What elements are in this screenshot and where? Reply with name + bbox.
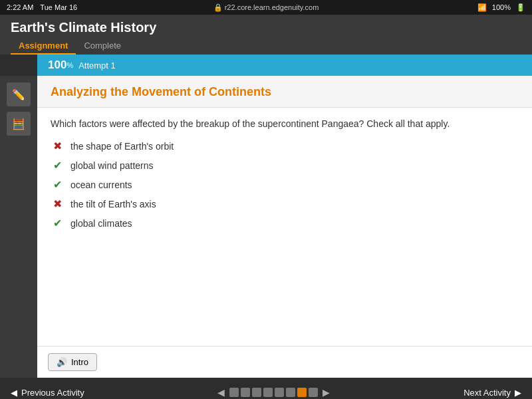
status-right: 📶 100% 🔋	[477, 3, 525, 12]
next-activity-label: Next Activity	[464, 388, 511, 398]
x-icon: ✖	[51, 198, 64, 210]
answer-text: ocean currents	[70, 180, 132, 190]
battery-icon: 🔋	[516, 3, 525, 12]
page-dot-8[interactable]	[309, 388, 318, 397]
pagination: ◀ ▶	[215, 386, 332, 399]
question-header: Analyzing the Movement of Continents	[37, 76, 532, 108]
status-left: 2:22 AM Tue Mar 16	[7, 3, 77, 11]
next-arrow-icon: ▶	[515, 388, 521, 398]
intro-label: Intro	[71, 357, 88, 367]
bottom-nav: ◀ Previous Activity ◀ ▶ Next Activity ▶	[0, 378, 532, 399]
answer-text: the tilt of Earth's axis	[70, 199, 156, 209]
page-dot-2[interactable]	[241, 388, 250, 397]
question-body: Which factors were affected by the break…	[37, 108, 532, 346]
answer-list: ✖the shape of Earth's orbit✔global wind …	[51, 140, 519, 229]
answer-item-a5: ✔global climates	[51, 217, 519, 229]
content-area: Analyzing the Movement of Continents Whi…	[37, 76, 532, 378]
page-dot-4[interactable]	[263, 388, 273, 397]
tab-complete[interactable]: Complete	[76, 38, 129, 55]
status-url: 🔒 r22.core.learn.edgenuity.com	[213, 3, 319, 12]
answer-text: the shape of Earth's orbit	[70, 141, 174, 152]
page-dot-6[interactable]	[286, 388, 295, 397]
checkmark-icon: ✔	[51, 178, 64, 191]
question-prompt: Which factors were affected by the break…	[51, 118, 519, 129]
progress-value: 100	[48, 59, 66, 72]
status-time: 2:22 AM	[7, 3, 33, 11]
intro-button[interactable]: 🔊 Intro	[48, 353, 97, 371]
pagination-next-arrow[interactable]: ▶	[320, 386, 332, 399]
pagination-prev-arrow[interactable]: ◀	[215, 386, 227, 399]
x-icon: ✖	[51, 140, 64, 152]
answer-item-a2: ✔global wind patterns	[51, 159, 519, 172]
progress-percent: %	[66, 61, 73, 69]
answer-text: global climates	[70, 218, 132, 229]
battery-indicator: 100%	[492, 3, 511, 11]
page-dot-1[interactable]	[229, 388, 239, 397]
attempt-label: Attempt 1	[78, 61, 116, 70]
course-title: Earth's Climate History	[11, 20, 521, 35]
page-dot-7[interactable]	[297, 388, 307, 397]
main-layout: ✏️ 🧮 Analyzing the Movement of Continent…	[0, 76, 532, 378]
header: Earth's Climate History Assignment Compl…	[0, 15, 532, 55]
prev-arrow-icon: ◀	[11, 388, 17, 398]
page-dot-5[interactable]	[275, 388, 284, 397]
content-footer: 🔊 Intro	[37, 346, 532, 378]
prev-activity-label: Previous Activity	[21, 388, 84, 398]
checkmark-icon: ✔	[51, 217, 64, 229]
answer-item-a3: ✔ocean currents	[51, 178, 519, 191]
answer-item-a4: ✖the tilt of Earth's axis	[51, 198, 519, 210]
status-day: Tue Mar 16	[40, 3, 77, 11]
checkmark-icon: ✔	[51, 159, 64, 172]
page-dot-3[interactable]	[252, 388, 261, 397]
question-title: Analyzing the Movement of Continents	[51, 85, 519, 99]
answer-item-a1: ✖the shape of Earth's orbit	[51, 140, 519, 152]
next-activity-button[interactable]: Next Activity ▶	[464, 388, 521, 398]
progress-bar: 100 % Attempt 1	[37, 55, 532, 76]
wifi-icon: 📶	[477, 3, 487, 12]
header-tabs: Assignment Complete	[11, 38, 521, 55]
tab-assignment[interactable]: Assignment	[11, 38, 76, 55]
speaker-icon: 🔊	[57, 357, 67, 367]
prev-activity-button[interactable]: ◀ Previous Activity	[11, 388, 84, 398]
status-bar: 2:22 AM Tue Mar 16 🔒 r22.core.learn.edge…	[0, 0, 532, 15]
pencil-icon[interactable]: ✏️	[7, 82, 31, 106]
calculator-icon[interactable]: 🧮	[7, 112, 31, 136]
sidebar: ✏️ 🧮	[0, 76, 37, 378]
answer-text: global wind patterns	[70, 160, 154, 171]
